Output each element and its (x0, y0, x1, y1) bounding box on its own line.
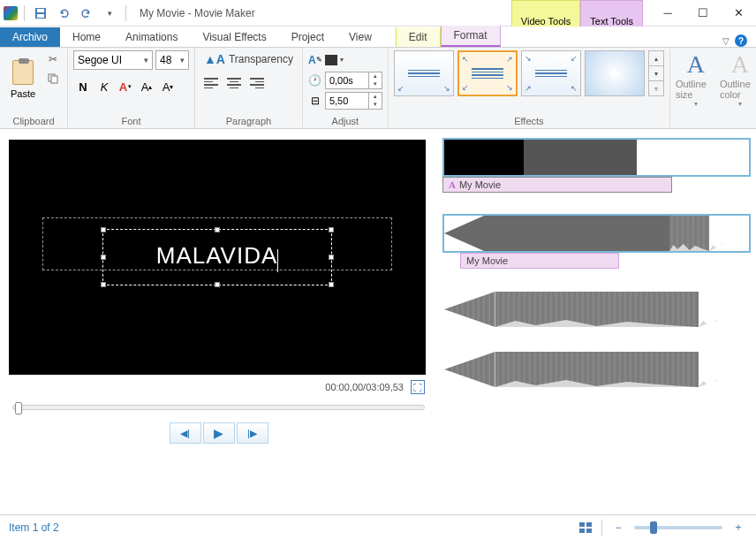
seek-thumb[interactable] (15, 402, 22, 415)
effect-stretch[interactable]: ↖↗↙↘ (457, 50, 518, 96)
align-right-button[interactable] (246, 73, 268, 93)
clip-2[interactable]: My Movie (442, 214, 751, 269)
bold-button[interactable]: N (73, 77, 93, 96)
zoom-thumb[interactable] (650, 521, 657, 534)
redo-button[interactable] (77, 4, 96, 23)
preview-pane: MALAVIDA 00:00,00/03:09,53 ⛶ ◀| ▶ |▶ (0, 129, 437, 514)
caption-track-2[interactable]: My Movie (460, 253, 619, 269)
workspace: MALAVIDA 00:00,00/03:09,53 ⛶ ◀| ▶ |▶ (0, 129, 756, 514)
align-left-button[interactable] (200, 73, 222, 93)
effect-zoom-in[interactable]: ↘↙↗↖ (521, 50, 581, 96)
text-tools-context: Text Tools (580, 0, 643, 27)
background-color-icon[interactable] (325, 55, 337, 65)
prev-frame-button[interactable]: ◀| (170, 422, 201, 444)
tab-home[interactable]: Home (60, 27, 113, 47)
cut-button[interactable]: ✂ (44, 50, 62, 68)
bg-color-dropdown[interactable]: ▾ (340, 56, 344, 64)
status-bar: Item 1 of 2 − + (0, 514, 756, 540)
svg-rect-5 (579, 522, 585, 527)
seek-bar[interactable] (12, 405, 425, 410)
window-title: My Movie - Movie Maker (140, 7, 255, 19)
start-time-spinner[interactable]: 0,00s ▴▾ (325, 72, 382, 89)
caption-track-1[interactable]: A My Movie (442, 177, 672, 193)
tab-project[interactable]: Project (279, 27, 336, 47)
transparency-button[interactable]: ▲A Transparency (200, 50, 297, 68)
save-button[interactable] (31, 4, 50, 23)
undo-button[interactable] (54, 4, 73, 23)
video-tools-context: Video Tools (511, 0, 580, 27)
timeline-pane[interactable]: A My Movie My Movie (437, 129, 756, 514)
preview-canvas[interactable]: MALAVIDA (9, 140, 426, 375)
group-outline: A Outline size▾ A Outline color▾ (670, 48, 756, 128)
clip-1[interactable]: A My Movie (442, 138, 751, 193)
tab-text-format[interactable]: Format (441, 26, 501, 47)
effect-flash[interactable]: ✦ (585, 50, 645, 96)
tab-video-edit[interactable]: Edit (396, 27, 441, 47)
duration-spinner[interactable]: 5,50 ▴▾ (325, 92, 382, 110)
svg-rect-1 (37, 9, 44, 12)
zoom-in-button[interactable]: + (730, 519, 747, 536)
clip-3[interactable] (442, 290, 751, 329)
help-button[interactable]: ? (735, 34, 747, 47)
copy-button[interactable] (44, 70, 62, 87)
ribbon-tabs: Archivo Home Animations Visual Effects P… (0, 27, 756, 48)
maximize-button[interactable]: ☐ (685, 0, 721, 27)
outline-size-button[interactable]: A Outline size▾ (676, 50, 716, 109)
transparency-icon: ▲A (204, 52, 225, 66)
next-frame-button[interactable]: |▶ (237, 422, 268, 444)
close-button[interactable]: ✕ (721, 0, 756, 27)
text-edit-box[interactable]: MALAVIDA (102, 229, 333, 285)
fullscreen-button[interactable]: ⛶ (411, 380, 425, 394)
svg-rect-6 (586, 522, 592, 527)
ribbon-minimize[interactable]: ▽ (722, 36, 730, 46)
qat-customize[interactable]: ▾ (100, 4, 119, 23)
paste-button[interactable]: Paste (5, 50, 41, 109)
duration-icon: ⊟ (308, 94, 322, 108)
outline-color-button[interactable]: A Outline color▾ (720, 50, 756, 109)
grow-font-button[interactable]: A▴ (137, 77, 156, 96)
tab-animations[interactable]: Animations (113, 27, 190, 47)
svg-rect-2 (37, 14, 44, 18)
group-adjust: A✎ ▾ 🕐 0,00s ▴▾ ⊟ 5,50 ▴▾ (303, 48, 389, 128)
font-size-combo[interactable]: 48▾ (155, 50, 189, 70)
play-button[interactable]: ▶ (203, 422, 235, 444)
zoom-out-button[interactable]: − (609, 519, 627, 536)
edit-text-icon[interactable]: A✎ (308, 53, 322, 67)
status-item-count: Item 1 of 2 (9, 521, 59, 534)
tab-visual-effects[interactable]: Visual Effects (190, 27, 278, 47)
tab-view[interactable]: View (336, 27, 384, 47)
group-paragraph: ▲A Transparency Paragraph (195, 48, 303, 128)
group-font: Segoe UI▾ 48▾ N K A▾ A▴ A▾ Font (68, 48, 195, 128)
svg-rect-4 (51, 76, 57, 83)
effects-gallery-more[interactable]: ▴▾▿ (648, 50, 664, 96)
minimize-button[interactable]: ─ (650, 0, 685, 27)
time-display: 00:00,00/03:09,53 (325, 382, 404, 392)
font-color-button[interactable]: A▾ (116, 77, 135, 96)
thumbnail-view-button[interactable] (577, 519, 594, 536)
font-name-combo[interactable]: Segoe UI▾ (73, 50, 153, 70)
zoom-slider[interactable] (634, 526, 722, 529)
start-time-icon: 🕐 (308, 73, 322, 87)
clipboard-icon (12, 60, 34, 85)
app-icon (4, 6, 18, 20)
svg-rect-7 (579, 529, 585, 533)
tab-file[interactable]: Archivo (0, 27, 60, 47)
effect-scroll[interactable]: ↙↘ (394, 50, 454, 96)
ribbon: Paste ✂ Clipboard Segoe UI▾ 48▾ N K A▾ A… (0, 48, 756, 129)
text-icon: A (449, 179, 456, 190)
align-center-button[interactable] (223, 73, 245, 93)
group-clipboard: Paste ✂ Clipboard (0, 48, 68, 128)
title-bar: ▾ My Movie - Movie Maker Video Tools Tex… (0, 0, 756, 27)
group-effects: ↙↘ ↖↗↙↘ ↘↙↗↖ ✦ ▴▾▿ Effects (389, 48, 670, 128)
shrink-font-button[interactable]: A▾ (158, 77, 178, 96)
italic-button[interactable]: K (94, 77, 114, 96)
svg-rect-8 (586, 529, 592, 533)
clip-4[interactable] (442, 350, 751, 389)
